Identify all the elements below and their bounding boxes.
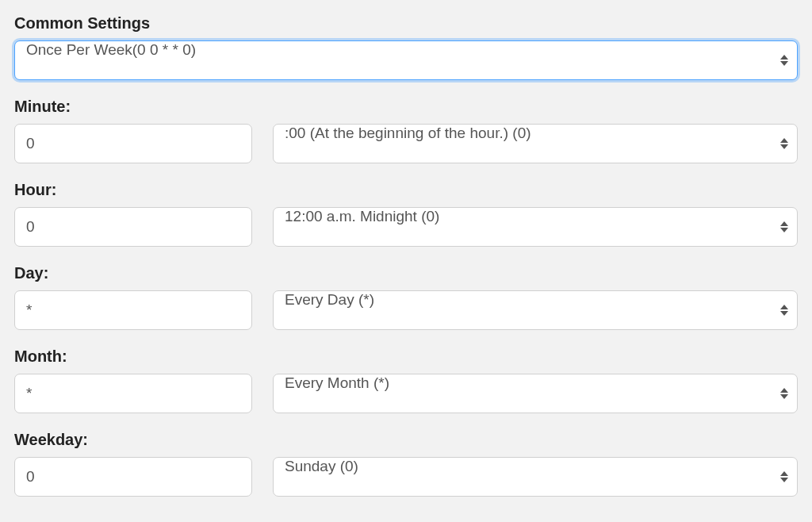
weekday-select[interactable]: Sunday (0) <box>273 457 798 497</box>
weekday-section: Weekday: Sunday (0) <box>14 431 798 497</box>
minute-section: Minute: :00 (At the beginning of the hou… <box>14 98 798 163</box>
day-select[interactable]: Every Day (*) <box>273 290 798 330</box>
day-input[interactable] <box>14 290 252 330</box>
day-select-wrapper: Every Day (*) <box>273 290 798 330</box>
weekday-label: Weekday: <box>14 431 798 449</box>
hour-label: Hour: <box>14 181 798 199</box>
month-select-wrapper: Every Month (*) <box>273 374 798 413</box>
common-settings-section: Common Settings Once Per Week(0 0 * * 0) <box>14 14 798 80</box>
day-label: Day: <box>14 264 798 282</box>
common-settings-label: Common Settings <box>14 14 798 33</box>
month-label: Month: <box>14 347 798 366</box>
minute-select-wrapper: :00 (At the beginning of the hour.) (0) <box>273 124 798 163</box>
minute-select[interactable]: :00 (At the beginning of the hour.) (0) <box>273 124 798 163</box>
month-section: Month: Every Month (*) <box>14 347 798 413</box>
hour-select-wrapper: 12:00 a.m. Midnight (0) <box>273 207 798 247</box>
hour-input[interactable] <box>14 207 252 247</box>
weekday-select-wrapper: Sunday (0) <box>273 457 798 497</box>
month-input[interactable] <box>14 374 252 413</box>
hour-section: Hour: 12:00 a.m. Midnight (0) <box>14 181 798 247</box>
minute-input[interactable] <box>14 124 252 163</box>
day-section: Day: Every Day (*) <box>14 264 798 330</box>
common-settings-select-wrapper: Once Per Week(0 0 * * 0) <box>14 40 798 80</box>
hour-select[interactable]: 12:00 a.m. Midnight (0) <box>273 207 798 247</box>
common-settings-select[interactable]: Once Per Week(0 0 * * 0) <box>14 40 798 80</box>
weekday-input[interactable] <box>14 457 252 497</box>
minute-label: Minute: <box>14 98 798 116</box>
month-select[interactable]: Every Month (*) <box>273 374 798 413</box>
